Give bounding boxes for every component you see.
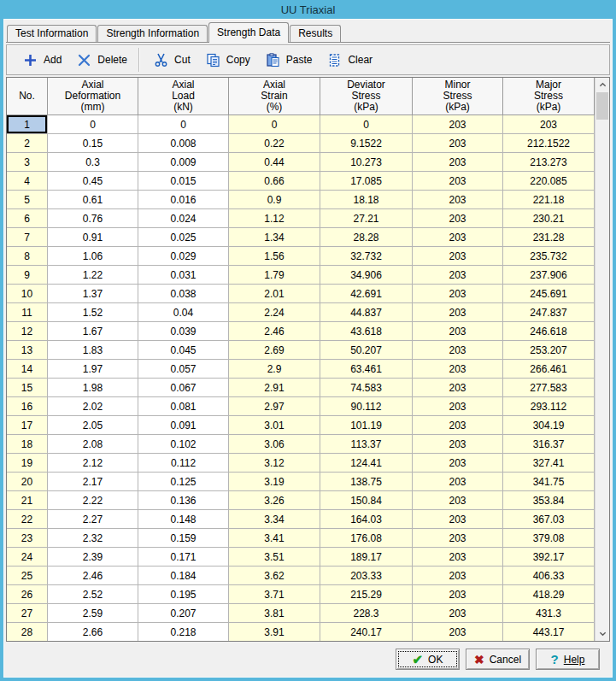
data-cell[interactable]: 0.15: [48, 134, 138, 153]
titlebar[interactable]: UU Triaxial: [3, 0, 613, 19]
data-cell[interactable]: 0.171: [138, 548, 229, 567]
data-cell[interactable]: 28.28: [320, 228, 413, 247]
data-cell[interactable]: 3.62: [229, 567, 320, 585]
data-cell[interactable]: 42.691: [320, 285, 413, 303]
data-cell[interactable]: 203: [413, 491, 503, 510]
data-cell[interactable]: 246.618: [503, 322, 595, 341]
data-cell[interactable]: 293.112: [503, 397, 595, 416]
data-cell[interactable]: 0.195: [138, 585, 229, 604]
data-cell[interactable]: 230.21: [503, 209, 595, 228]
cut-button[interactable]: Cut: [146, 50, 198, 71]
data-cell[interactable]: 2.17: [48, 473, 138, 491]
data-cell[interactable]: 0.148: [138, 510, 229, 529]
data-cell[interactable]: 2.66: [48, 623, 138, 641]
data-cell[interactable]: 0.045: [138, 341, 229, 360]
data-cell[interactable]: 203: [413, 510, 503, 529]
row-number-cell[interactable]: 27: [7, 604, 48, 623]
data-cell[interactable]: 203: [413, 360, 503, 379]
data-cell[interactable]: 316.37: [503, 435, 595, 454]
row-number-cell[interactable]: 3: [7, 153, 48, 172]
data-cell[interactable]: 2.97: [229, 397, 320, 416]
data-cell[interactable]: 1.06: [48, 247, 138, 266]
data-cell[interactable]: 0.184: [138, 567, 229, 585]
row-number-cell[interactable]: 10: [7, 285, 48, 303]
data-cell[interactable]: 203: [413, 473, 503, 491]
data-cell[interactable]: 203: [413, 228, 503, 247]
data-cell[interactable]: 237.906: [503, 266, 595, 285]
row-number-cell[interactable]: 14: [7, 360, 48, 379]
data-cell[interactable]: 1.79: [229, 266, 320, 285]
data-cell[interactable]: 2.9: [229, 360, 320, 379]
data-cell[interactable]: 443.17: [503, 623, 595, 641]
row-number-cell[interactable]: 16: [7, 397, 48, 416]
data-cell[interactable]: 0.038: [138, 285, 229, 303]
data-cell[interactable]: 1.37: [48, 285, 138, 303]
data-cell[interactable]: 1.34: [229, 228, 320, 247]
row-number-cell[interactable]: 23: [7, 529, 48, 548]
row-number-cell[interactable]: 17: [7, 416, 48, 435]
data-cell[interactable]: 2.12: [48, 454, 138, 473]
data-cell[interactable]: 1.52: [48, 303, 138, 322]
data-cell[interactable]: 0.112: [138, 454, 229, 473]
data-cell[interactable]: 18.18: [320, 191, 413, 209]
data-cell[interactable]: 2.01: [229, 285, 320, 303]
data-cell[interactable]: 164.03: [320, 510, 413, 529]
data-cell[interactable]: 27.21: [320, 209, 413, 228]
data-cell[interactable]: 43.618: [320, 322, 413, 341]
tab-test-information[interactable]: Test Information: [7, 25, 97, 42]
data-cell[interactable]: 0.024: [138, 209, 229, 228]
paste-button[interactable]: Paste: [258, 50, 320, 71]
data-cell[interactable]: 203.33: [320, 567, 413, 585]
data-cell[interactable]: 203: [413, 623, 503, 641]
row-number-cell[interactable]: 20: [7, 473, 48, 491]
data-cell[interactable]: 2.39: [48, 548, 138, 567]
data-cell[interactable]: 3.34: [229, 510, 320, 529]
data-cell[interactable]: 3.19: [229, 473, 320, 491]
add-button[interactable]: Add: [15, 50, 69, 71]
tab-results[interactable]: Results: [290, 25, 341, 42]
row-number-cell[interactable]: 2: [7, 134, 48, 153]
data-cell[interactable]: 203: [413, 285, 503, 303]
data-cell[interactable]: 2.69: [229, 341, 320, 360]
data-cell[interactable]: 0.207: [138, 604, 229, 623]
row-number-cell[interactable]: 7: [7, 228, 48, 247]
data-cell[interactable]: 2.27: [48, 510, 138, 529]
data-cell[interactable]: 74.583: [320, 379, 413, 397]
data-cell[interactable]: 2.52: [48, 585, 138, 604]
data-cell[interactable]: 9.1522: [320, 134, 413, 153]
data-cell[interactable]: 0.008: [138, 134, 229, 153]
data-cell[interactable]: 0.009: [138, 153, 229, 172]
row-number-cell[interactable]: 8: [7, 247, 48, 266]
data-cell[interactable]: 0.91: [48, 228, 138, 247]
data-cell[interactable]: 203: [503, 115, 595, 134]
data-cell[interactable]: 203: [413, 454, 503, 473]
copy-button[interactable]: Copy: [198, 50, 258, 71]
data-cell[interactable]: 0.039: [138, 322, 229, 341]
data-cell[interactable]: 212.1522: [503, 134, 595, 153]
row-number-cell[interactable]: 9: [7, 266, 48, 285]
data-cell[interactable]: 3.41: [229, 529, 320, 548]
data-cell[interactable]: 1.83: [48, 341, 138, 360]
data-cell[interactable]: 2.32: [48, 529, 138, 548]
data-cell[interactable]: 379.08: [503, 529, 595, 548]
scroll-up-arrow[interactable]: [595, 78, 609, 92]
data-cell[interactable]: 392.17: [503, 548, 595, 567]
data-cell[interactable]: 32.732: [320, 247, 413, 266]
data-cell[interactable]: 2.08: [48, 435, 138, 454]
data-cell[interactable]: 17.085: [320, 172, 413, 191]
data-cell[interactable]: 3.81: [229, 604, 320, 623]
data-cell[interactable]: 203: [413, 567, 503, 585]
data-cell[interactable]: 0.029: [138, 247, 229, 266]
data-cell[interactable]: 431.3: [503, 604, 595, 623]
data-cell[interactable]: 1.67: [48, 322, 138, 341]
ok-button[interactable]: ✔ OK: [396, 649, 460, 670]
data-cell[interactable]: 0.04: [138, 303, 229, 322]
data-cell[interactable]: 247.837: [503, 303, 595, 322]
data-cell[interactable]: 0.3: [48, 153, 138, 172]
data-cell[interactable]: 353.84: [503, 491, 595, 510]
data-cell[interactable]: 44.837: [320, 303, 413, 322]
row-number-cell[interactable]: 6: [7, 209, 48, 228]
row-number-cell[interactable]: 21: [7, 491, 48, 510]
data-cell[interactable]: 1.56: [229, 247, 320, 266]
data-cell[interactable]: 0: [320, 115, 413, 134]
